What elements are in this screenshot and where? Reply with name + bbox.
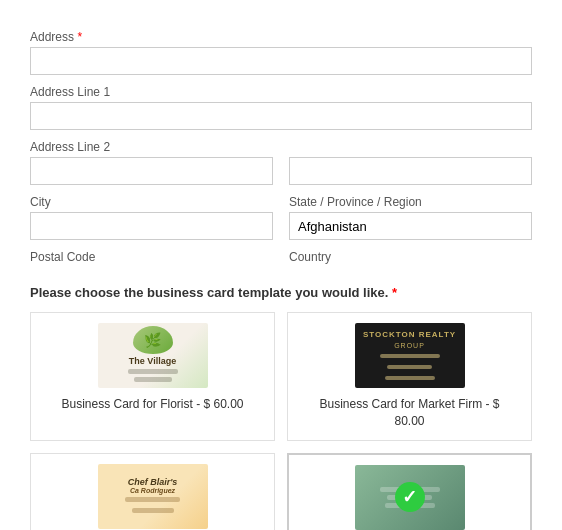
- address-line2-input[interactable]: [30, 102, 532, 130]
- country-label: Country: [289, 250, 532, 264]
- florist-card-label: Business Card for Florist - $ 60.00: [41, 396, 264, 413]
- market-card-label: Business Card for Market Firm - $80.00: [298, 396, 521, 430]
- market-card-image: STOCKTON REALTY GROUP: [355, 323, 465, 388]
- lawyer-card-image: [355, 465, 465, 530]
- city-label: City: [30, 195, 273, 209]
- card-option-baker[interactable]: Chef Blair's Ca Rodriguez Business Card …: [30, 453, 275, 530]
- state-label: State / Province / Region: [289, 195, 532, 209]
- card-option-lawyer[interactable]: Business Card for Lawyer - $40.00: [287, 453, 532, 530]
- required-star: *: [77, 30, 82, 44]
- address-line2-label: Address Line 2: [30, 140, 532, 154]
- country-input[interactable]: [289, 212, 532, 240]
- city-input[interactable]: [30, 157, 273, 185]
- address-line1-label: Address Line 1: [30, 85, 532, 99]
- baker-card-image: Chef Blair's Ca Rodriguez: [98, 464, 208, 529]
- address-label: Address *: [30, 30, 532, 44]
- card-option-florist[interactable]: 🌿 The Village Business Card for Florist …: [30, 312, 275, 441]
- address-line1-input[interactable]: [30, 47, 532, 75]
- card-section-title: Please choose the business card template…: [30, 285, 532, 300]
- postal-input[interactable]: [30, 212, 273, 240]
- state-input[interactable]: [289, 157, 532, 185]
- card-option-market[interactable]: STOCKTON REALTY GROUP Business Card for …: [287, 312, 532, 441]
- address-section: Address * Address Line 1 Address Line 2 …: [30, 30, 532, 267]
- postal-label: Postal Code: [30, 250, 273, 264]
- section-required-star: *: [392, 285, 397, 300]
- selected-checkmark: [395, 482, 425, 512]
- florist-card-image: 🌿 The Village: [98, 323, 208, 388]
- card-template-grid: 🌿 The Village Business Card for Florist …: [30, 312, 532, 530]
